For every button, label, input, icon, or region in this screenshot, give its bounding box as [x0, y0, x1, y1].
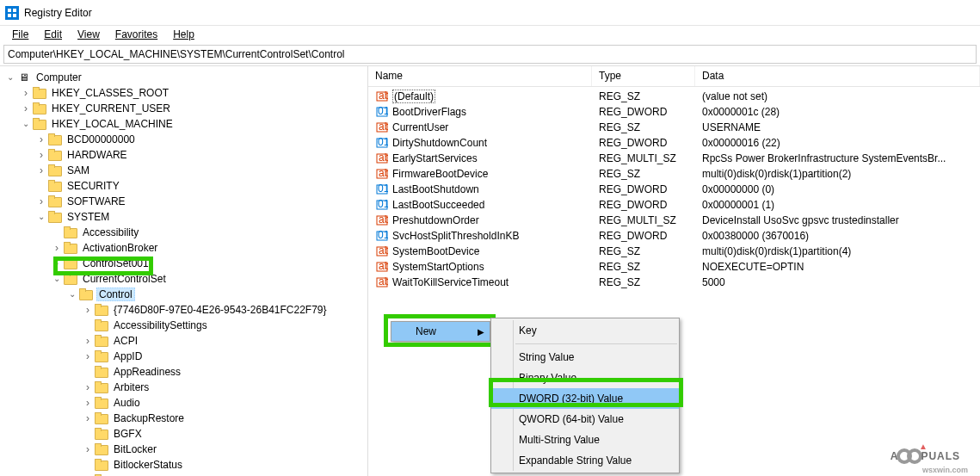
- tree-item[interactable]: Arbiters: [0, 380, 367, 395]
- tree-item[interactable]: SAM: [0, 163, 367, 178]
- expander-icon[interactable]: [81, 350, 95, 362]
- menu-view[interactable]: View: [71, 28, 107, 41]
- menu-edit[interactable]: Edit: [37, 28, 69, 41]
- value-row[interactable]: abSystemBootDeviceREG_SZmulti(0)disk(0)r…: [368, 244, 980, 259]
- value-row[interactable]: abFirmwareBootDeviceREG_SZmulti(0)disk(0…: [368, 166, 980, 182]
- expander-icon[interactable]: [34, 149, 48, 161]
- svg-text:011: 011: [378, 199, 388, 210]
- tree-item[interactable]: BitLocker: [0, 442, 367, 457]
- value-row[interactable]: abPreshutdownOrderREG_MULTI_SZDeviceInst…: [368, 213, 980, 228]
- folder-icon: [48, 211, 62, 223]
- value-row[interactable]: 011DirtyShutdownCountREG_DWORD0x00000016…: [368, 135, 980, 151]
- col-header-data[interactable]: Data: [695, 66, 980, 86]
- value-row[interactable]: abEarlyStartServicesREG_MULTI_SZRpcSs Po…: [368, 151, 980, 166]
- tree-item[interactable]: BCD00000000: [0, 132, 367, 147]
- tree-item[interactable]: BackupRestore: [0, 411, 367, 426]
- expander-icon[interactable]: [81, 412, 95, 424]
- tree-item[interactable]: HARDWARE: [0, 147, 367, 163]
- expander-icon[interactable]: [81, 304, 95, 316]
- expander-icon[interactable]: [19, 102, 33, 114]
- tree-panel[interactable]: 🖥ComputerHKEY_CLASSES_ROOTHKEY_CURRENT_U…: [0, 66, 368, 476]
- value-row[interactable]: 011LastBootShutdownREG_DWORD0x00000000 (…: [368, 182, 980, 197]
- tree-item[interactable]: SYSTEM: [0, 209, 367, 225]
- expander-icon[interactable]: [81, 397, 95, 409]
- tree-item[interactable]: AccessibilitySettings: [0, 318, 367, 333]
- tree-item[interactable]: Audio: [0, 395, 367, 411]
- value-row[interactable]: abCurrentUserREG_SZUSERNAME: [368, 120, 980, 135]
- context-label: String Value: [519, 351, 574, 363]
- folder-icon: [95, 428, 108, 440]
- value-type: REG_SZ: [592, 168, 695, 180]
- expander-icon[interactable]: [34, 195, 48, 207]
- svg-text:ab: ab: [379, 152, 388, 164]
- col-header-type[interactable]: Type: [592, 66, 695, 86]
- tree-item[interactable]: CurrentControlSet: [0, 271, 367, 287]
- tree-item[interactable]: {7746D80F-97E0-4E26-9543-26B41FC22F79}: [0, 302, 367, 318]
- expander-icon[interactable]: [81, 443, 95, 455]
- tree-item[interactable]: HKEY_CURRENT_USER: [0, 101, 367, 116]
- tree-item[interactable]: HKEY_CLASSES_ROOT: [0, 85, 367, 101]
- value-row[interactable]: abSystemStartOptionsREG_SZ NOEXECUTE=OPT…: [368, 259, 980, 275]
- value-data: NOEXECUTE=OPTIN: [695, 261, 980, 273]
- context-label: DWORD (32-bit) Value: [519, 393, 623, 405]
- context-item-new[interactable]: New ▶: [391, 322, 490, 341]
- expander-icon[interactable]: [50, 242, 64, 254]
- tree-item[interactable]: 🖥Computer: [0, 70, 367, 85]
- tree-item[interactable]: ActivationBroker: [0, 240, 367, 256]
- context-item-string[interactable]: String Value: [491, 347, 679, 368]
- expander-icon[interactable]: [3, 73, 17, 83]
- value-name: WaitToKillServiceTimeout: [392, 276, 508, 288]
- context-item-dword[interactable]: DWORD (32-bit) Value: [491, 388, 679, 409]
- value-row[interactable]: 011SvcHostSplitThresholdInKBREG_DWORD0x0…: [368, 228, 980, 244]
- context-item-expandstring[interactable]: Expandable String Value: [491, 450, 679, 471]
- tree-label: {7746D80F-97E0-4E26-9543-26B41FC22F79}: [112, 304, 329, 316]
- tree-item-control[interactable]: Control: [0, 287, 367, 302]
- value-row[interactable]: 011LastBootSucceededREG_DWORD0x00000001 …: [368, 197, 980, 213]
- expander-icon[interactable]: [81, 335, 95, 347]
- tree-item[interactable]: ACPI: [0, 333, 367, 349]
- menu-file[interactable]: File: [5, 28, 35, 41]
- tree-item[interactable]: HKEY_LOCAL_MACHINE: [0, 116, 367, 132]
- tree-label: AccessibilitySettings: [112, 319, 209, 331]
- value-row[interactable]: abWaitToKillServiceTimeoutREG_SZ5000: [368, 275, 980, 290]
- context-label: Binary Value: [519, 372, 576, 384]
- context-item-key[interactable]: Key: [491, 320, 679, 341]
- value-type: REG_MULTI_SZ: [592, 214, 695, 226]
- value-row[interactable]: ab(Default)REG_SZ(value not set): [368, 89, 980, 104]
- tree-item[interactable]: BitlockerStatus: [0, 457, 367, 473]
- tree-item[interactable]: AppID: [0, 349, 367, 364]
- value-data: 0x00000000 (0): [695, 183, 980, 195]
- expander-icon[interactable]: [34, 164, 48, 176]
- address-bar[interactable]: Computer\HKEY_LOCAL_MACHINE\SYSTEM\Curre…: [3, 45, 977, 64]
- tree-item[interactable]: AppReadiness: [0, 364, 367, 380]
- tree-item[interactable]: BGFX: [0, 426, 367, 442]
- tree-item[interactable]: SOFTWARE: [0, 194, 367, 209]
- context-item-binary[interactable]: Binary Value: [491, 368, 679, 388]
- svg-text:011: 011: [378, 106, 388, 117]
- expander-icon[interactable]: [19, 87, 33, 99]
- value-row[interactable]: 011BootDriverFlagsREG_DWORD0x0000001c (2…: [368, 104, 980, 120]
- value-data: (value not set): [695, 90, 980, 102]
- svg-text:ab: ab: [379, 245, 388, 257]
- context-item-multistring[interactable]: Multi-String Value: [491, 430, 679, 450]
- menu-help[interactable]: Help: [166, 28, 201, 41]
- expander-icon[interactable]: [50, 275, 64, 284]
- tree-item[interactable]: Accessibility: [0, 225, 367, 240]
- expander-icon[interactable]: [50, 257, 64, 269]
- expander-icon[interactable]: [34, 133, 48, 145]
- tree-item[interactable]: ControlSet001: [0, 256, 367, 271]
- value-name: EarlyStartServices: [392, 152, 478, 164]
- expander-icon[interactable]: [65, 290, 79, 300]
- tree-label: HKEY_CURRENT_USER: [50, 102, 172, 114]
- expander-icon[interactable]: [81, 381, 95, 393]
- expander-icon[interactable]: [34, 213, 48, 222]
- col-header-name[interactable]: Name: [368, 66, 592, 86]
- expander-icon[interactable]: [19, 120, 33, 129]
- menu-favorites[interactable]: Favorites: [108, 28, 164, 41]
- tree-item[interactable]: Bluetooth: [0, 473, 367, 476]
- value-name: (Default): [392, 90, 435, 103]
- folder-icon: [48, 195, 62, 207]
- tree-label: ActivationBroker: [81, 242, 159, 254]
- tree-item[interactable]: SECURITY: [0, 178, 367, 194]
- context-item-qword[interactable]: QWORD (64-bit) Value: [491, 409, 679, 430]
